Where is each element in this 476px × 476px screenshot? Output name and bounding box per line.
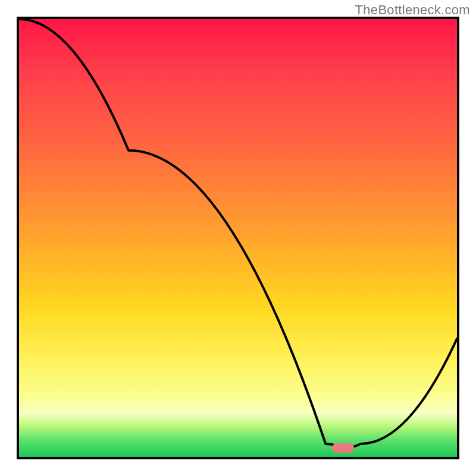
bottleneck-curve-path <box>19 19 457 448</box>
optimum-marker <box>332 443 354 453</box>
plot-area <box>17 17 459 459</box>
watermark-text: TheBottleneck.com <box>355 2 470 18</box>
chart-frame: TheBottleneck.com <box>0 0 476 476</box>
curve-overlay <box>19 19 457 457</box>
